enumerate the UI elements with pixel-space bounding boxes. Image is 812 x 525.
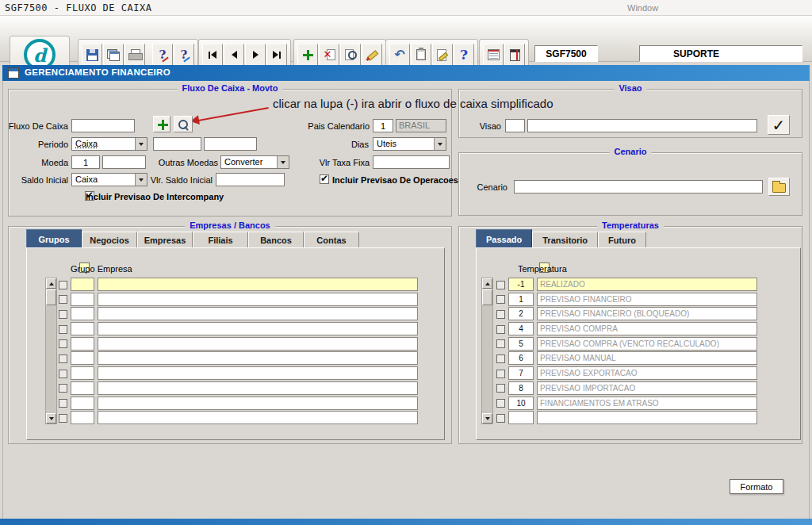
moeda-desc-input[interactable] bbox=[102, 155, 146, 169]
grupo-code-input[interactable] bbox=[71, 351, 94, 365]
ledger-button[interactable] bbox=[504, 44, 525, 66]
grupo-code-input[interactable] bbox=[71, 397, 94, 410]
grupo-desc-input[interactable] bbox=[98, 351, 418, 365]
row-checkbox[interactable] bbox=[59, 295, 67, 304]
cenario-input[interactable] bbox=[514, 180, 763, 194]
visao-desc-input[interactable] bbox=[527, 119, 757, 132]
temperaturas-scrollbar[interactable] bbox=[481, 278, 493, 424]
query-button[interactable] bbox=[340, 44, 361, 66]
temperatura-desc-input[interactable] bbox=[537, 411, 757, 424]
temperatura-code-input[interactable] bbox=[508, 278, 534, 291]
row-checkbox[interactable] bbox=[59, 414, 67, 423]
row-checkbox[interactable] bbox=[496, 281, 505, 289]
temperatura-code-input[interactable] bbox=[508, 397, 534, 410]
temperatura-desc-input[interactable] bbox=[537, 397, 757, 410]
temperatura-code-input[interactable] bbox=[508, 293, 534, 306]
temperatura-code-input[interactable] bbox=[508, 411, 534, 424]
next-record-button[interactable] bbox=[245, 44, 266, 66]
grupo-code-input[interactable] bbox=[71, 307, 94, 320]
paste-button[interactable] bbox=[411, 44, 431, 66]
temperatura-desc-input[interactable] bbox=[537, 337, 757, 351]
tab-grupos[interactable]: Grupos bbox=[26, 229, 82, 248]
pais-code-input[interactable] bbox=[373, 119, 393, 132]
clear-button[interactable] bbox=[362, 44, 382, 66]
copy-screen-button[interactable] bbox=[103, 44, 124, 66]
grupo-code-input[interactable] bbox=[71, 337, 94, 351]
grupo-desc-input[interactable] bbox=[98, 322, 418, 335]
item-help-button[interactable]: ? bbox=[152, 44, 173, 66]
tab-filiais[interactable]: Filiais bbox=[193, 232, 248, 248]
delete-record-button[interactable] bbox=[319, 44, 339, 66]
menu-window[interactable]: Window bbox=[627, 3, 658, 13]
scroll-up-icon[interactable] bbox=[482, 278, 492, 289]
row-checkbox[interactable] bbox=[496, 414, 505, 423]
periodo-combo[interactable]: Caixa bbox=[71, 137, 147, 151]
temperatura-code-input[interactable] bbox=[508, 337, 534, 351]
movto-button[interactable] bbox=[483, 44, 504, 66]
saldo-inicial-combo[interactable]: Caixa bbox=[71, 173, 147, 186]
add-fluxo-button[interactable] bbox=[153, 116, 170, 132]
row-checkbox[interactable] bbox=[496, 399, 505, 408]
tab-negocios[interactable]: Negocios bbox=[82, 232, 137, 248]
scroll-down-icon[interactable] bbox=[46, 413, 56, 423]
chevron-down-icon[interactable] bbox=[434, 138, 446, 150]
help-button[interactable]: ? bbox=[454, 44, 474, 66]
first-record-button[interactable] bbox=[202, 44, 223, 66]
chevron-down-icon[interactable] bbox=[135, 174, 147, 186]
row-checkbox[interactable] bbox=[496, 295, 505, 304]
confirm-visao-button[interactable]: ✓ bbox=[768, 115, 790, 135]
grupo-desc-input[interactable] bbox=[98, 397, 418, 410]
grupo-code-input[interactable] bbox=[71, 322, 94, 335]
save-button[interactable] bbox=[82, 44, 102, 66]
temperatura-desc-input[interactable] bbox=[537, 322, 757, 335]
periodo-start-input[interactable] bbox=[153, 137, 201, 151]
periodo-end-input[interactable] bbox=[204, 137, 257, 151]
row-checkbox[interactable] bbox=[59, 370, 67, 378]
scroll-down-icon[interactable] bbox=[482, 413, 492, 423]
outras-moedas-combo[interactable]: Converter bbox=[220, 155, 289, 169]
tab-empresas[interactable]: Empresas bbox=[137, 232, 193, 248]
temperatura-code-input[interactable] bbox=[508, 351, 534, 365]
fluxo-caixa-input[interactable] bbox=[71, 119, 135, 132]
temperatura-code-input[interactable] bbox=[508, 322, 534, 335]
tab-contas[interactable]: Contas bbox=[304, 232, 359, 248]
temperatura-desc-input[interactable] bbox=[537, 351, 757, 365]
row-checkbox[interactable] bbox=[59, 310, 67, 319]
row-checkbox[interactable] bbox=[59, 325, 67, 334]
temperatura-desc-input[interactable] bbox=[537, 278, 757, 291]
grupos-scrollbar[interactable] bbox=[45, 278, 57, 424]
grupo-code-input[interactable] bbox=[71, 293, 94, 306]
print-button[interactable] bbox=[124, 44, 145, 66]
temperatura-code-input[interactable] bbox=[508, 307, 534, 320]
row-checkbox[interactable] bbox=[59, 339, 67, 348]
grupo-code-input[interactable] bbox=[71, 381, 94, 395]
scroll-thumb[interactable] bbox=[46, 289, 56, 305]
tab-bancos[interactable]: Bancos bbox=[248, 232, 304, 248]
window-titlebar[interactable]: GERENCIAMENTO FINANCEIRO bbox=[2, 65, 810, 81]
vlr-taxa-fixa-input[interactable] bbox=[373, 155, 450, 169]
tab-futuro[interactable]: Futuro bbox=[598, 232, 646, 248]
grupo-code-input[interactable] bbox=[71, 366, 94, 380]
grupo-desc-input[interactable] bbox=[98, 293, 418, 306]
temperatura-desc-input[interactable] bbox=[537, 307, 757, 320]
grupo-desc-input[interactable] bbox=[98, 307, 418, 320]
chevron-down-icon[interactable] bbox=[135, 138, 147, 150]
edit-record-button[interactable] bbox=[432, 44, 453, 66]
temperatura-desc-input[interactable] bbox=[537, 381, 757, 395]
grupo-desc-input[interactable] bbox=[98, 337, 418, 351]
last-record-button[interactable] bbox=[266, 44, 287, 66]
tab-passado[interactable]: Passado bbox=[476, 229, 532, 248]
temperatura-desc-input[interactable] bbox=[537, 366, 757, 380]
row-checkbox[interactable] bbox=[496, 354, 505, 363]
edit-help-button[interactable]: ? bbox=[174, 44, 194, 66]
visao-code-input[interactable] bbox=[505, 119, 525, 132]
previous-record-button[interactable] bbox=[224, 44, 244, 66]
moeda-code-input[interactable] bbox=[71, 155, 100, 169]
temperatura-code-input[interactable] bbox=[508, 381, 534, 395]
temperatura-code-input[interactable] bbox=[508, 366, 534, 380]
grupo-code-input[interactable] bbox=[71, 278, 94, 291]
scroll-up-icon[interactable] bbox=[46, 278, 56, 289]
grupo-desc-input[interactable] bbox=[98, 381, 418, 395]
dias-combo[interactable]: Uteis bbox=[373, 137, 446, 151]
row-checkbox[interactable] bbox=[496, 370, 505, 378]
